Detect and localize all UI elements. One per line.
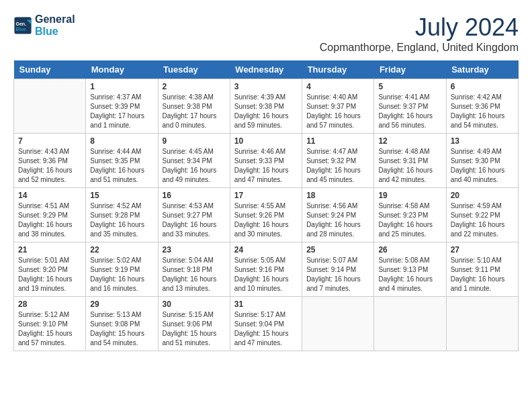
calendar-header-row: SundayMondayTuesdayWednesdayThursdayFrid…	[14, 60, 519, 79]
day-info: Sunrise: 4:48 AM Sunset: 9:31 PM Dayligh…	[378, 147, 441, 185]
calendar-cell: 5Sunrise: 4:41 AM Sunset: 9:37 PM Daylig…	[374, 79, 446, 134]
calendar-cell: 1Sunrise: 4:37 AM Sunset: 9:39 PM Daylig…	[86, 79, 158, 134]
calendar-cell: 8Sunrise: 4:44 AM Sunset: 9:35 PM Daylig…	[86, 134, 158, 188]
day-info: Sunrise: 5:10 AM Sunset: 9:11 PM Dayligh…	[451, 256, 514, 293]
day-number: 26	[378, 245, 441, 255]
day-number: 5	[378, 82, 441, 91]
calendar-cell: 21Sunrise: 5:01 AM Sunset: 9:20 PM Dayli…	[14, 242, 86, 297]
day-info: Sunrise: 4:53 AM Sunset: 9:27 PM Dayligh…	[163, 201, 226, 239]
calendar-cell: 28Sunrise: 5:12 AM Sunset: 9:10 PM Dayli…	[14, 297, 86, 351]
day-info: Sunrise: 4:41 AM Sunset: 9:37 PM Dayligh…	[378, 93, 441, 130]
day-info: Sunrise: 4:46 AM Sunset: 9:33 PM Dayligh…	[234, 147, 298, 185]
calendar-cell: 10Sunrise: 4:46 AM Sunset: 9:33 PM Dayli…	[230, 134, 302, 188]
header-wednesday: Wednesday	[230, 60, 302, 79]
calendar-cell: 27Sunrise: 5:10 AM Sunset: 9:11 PM Dayli…	[446, 242, 518, 297]
day-info: Sunrise: 4:38 AM Sunset: 9:38 PM Dayligh…	[163, 93, 226, 130]
day-info: Sunrise: 5:17 AM Sunset: 9:04 PM Dayligh…	[234, 310, 298, 348]
calendar-body: 1Sunrise: 4:37 AM Sunset: 9:39 PM Daylig…	[14, 79, 519, 351]
calendar-cell: 24Sunrise: 5:05 AM Sunset: 9:16 PM Dayli…	[230, 242, 302, 297]
day-info: Sunrise: 5:13 AM Sunset: 9:08 PM Dayligh…	[90, 310, 153, 348]
day-number: 21	[18, 245, 81, 255]
header-friday: Friday	[374, 60, 446, 79]
day-info: Sunrise: 4:58 AM Sunset: 9:23 PM Dayligh…	[378, 201, 441, 239]
logo-line1: General	[35, 13, 75, 26]
calendar-cell: 25Sunrise: 5:07 AM Sunset: 9:14 PM Dayli…	[302, 242, 374, 297]
calendar-cell: 19Sunrise: 4:58 AM Sunset: 9:23 PM Dayli…	[374, 188, 446, 242]
day-number: 30	[163, 300, 226, 309]
calendar-cell: 29Sunrise: 5:13 AM Sunset: 9:08 PM Dayli…	[86, 297, 158, 351]
day-number: 20	[451, 191, 514, 200]
calendar-cell: 18Sunrise: 4:56 AM Sunset: 9:24 PM Dayli…	[302, 188, 374, 242]
calendar-cell: 22Sunrise: 5:02 AM Sunset: 9:19 PM Dayli…	[86, 242, 158, 297]
day-info: Sunrise: 4:47 AM Sunset: 9:32 PM Dayligh…	[306, 147, 369, 185]
calendar-cell: 2Sunrise: 4:38 AM Sunset: 9:38 PM Daylig…	[158, 79, 230, 134]
logo-line2: Blue	[35, 26, 75, 38]
day-number: 1	[90, 82, 153, 91]
day-number: 4	[306, 82, 369, 91]
calendar-cell	[446, 297, 518, 351]
calendar-cell: 23Sunrise: 5:04 AM Sunset: 9:18 PM Dayli…	[158, 242, 230, 297]
day-info: Sunrise: 5:08 AM Sunset: 9:13 PM Dayligh…	[378, 256, 441, 293]
calendar-cell: 14Sunrise: 4:51 AM Sunset: 9:29 PM Dayli…	[14, 188, 86, 242]
calendar-cell: 6Sunrise: 4:42 AM Sunset: 9:36 PM Daylig…	[446, 79, 518, 134]
calendar-week-1: 1Sunrise: 4:37 AM Sunset: 9:39 PM Daylig…	[14, 79, 519, 134]
month-title: July 2024	[320, 13, 519, 42]
day-number: 23	[163, 245, 226, 255]
day-info: Sunrise: 4:55 AM Sunset: 9:26 PM Dayligh…	[234, 201, 298, 239]
calendar-week-2: 7Sunrise: 4:43 AM Sunset: 9:36 PM Daylig…	[14, 134, 519, 188]
day-number: 2	[163, 82, 226, 91]
day-info: Sunrise: 5:12 AM Sunset: 9:10 PM Dayligh…	[18, 310, 81, 348]
day-number: 27	[451, 245, 514, 255]
calendar-cell: 12Sunrise: 4:48 AM Sunset: 9:31 PM Dayli…	[374, 134, 446, 188]
day-info: Sunrise: 4:49 AM Sunset: 9:30 PM Dayligh…	[451, 147, 514, 185]
day-number: 9	[163, 136, 226, 146]
location-title: Copmanthorpe, England, United Kingdom	[320, 42, 519, 54]
day-info: Sunrise: 4:45 AM Sunset: 9:34 PM Dayligh…	[163, 147, 226, 185]
day-number: 17	[234, 191, 298, 200]
day-number: 8	[90, 136, 153, 146]
calendar-cell: 15Sunrise: 4:52 AM Sunset: 9:28 PM Dayli…	[86, 188, 158, 242]
calendar-cell: 26Sunrise: 5:08 AM Sunset: 9:13 PM Dayli…	[374, 242, 446, 297]
calendar-cell	[374, 297, 446, 351]
day-number: 31	[234, 300, 298, 309]
calendar-cell: 3Sunrise: 4:39 AM Sunset: 9:38 PM Daylig…	[230, 79, 302, 134]
day-info: Sunrise: 4:37 AM Sunset: 9:39 PM Dayligh…	[90, 93, 153, 130]
header-sunday: Sunday	[14, 60, 86, 79]
page-header: Gen. Blue General Blue July 2024 Copmant…	[13, 13, 519, 54]
calendar-cell: 31Sunrise: 5:17 AM Sunset: 9:04 PM Dayli…	[230, 297, 302, 351]
calendar-cell: 16Sunrise: 4:53 AM Sunset: 9:27 PM Dayli…	[158, 188, 230, 242]
logo: Gen. Blue General Blue	[13, 13, 75, 38]
day-info: Sunrise: 5:02 AM Sunset: 9:19 PM Dayligh…	[90, 256, 153, 293]
day-number: 16	[163, 191, 226, 200]
header-monday: Monday	[86, 60, 158, 79]
day-number: 28	[18, 300, 81, 309]
day-info: Sunrise: 5:15 AM Sunset: 9:06 PM Dayligh…	[163, 310, 226, 348]
day-number: 13	[451, 136, 514, 146]
calendar-table: SundayMondayTuesdayWednesdayThursdayFrid…	[13, 60, 519, 351]
title-section: July 2024 Copmanthorpe, England, United …	[320, 13, 519, 54]
day-number: 25	[306, 245, 369, 255]
calendar-week-4: 21Sunrise: 5:01 AM Sunset: 9:20 PM Dayli…	[14, 242, 519, 297]
day-info: Sunrise: 4:59 AM Sunset: 9:22 PM Dayligh…	[451, 201, 514, 239]
header-thursday: Thursday	[302, 60, 374, 79]
calendar-cell	[302, 297, 374, 351]
day-number: 7	[18, 136, 81, 146]
day-info: Sunrise: 5:07 AM Sunset: 9:14 PM Dayligh…	[306, 256, 369, 293]
calendar-cell: 13Sunrise: 4:49 AM Sunset: 9:30 PM Dayli…	[446, 134, 518, 188]
calendar-cell: 4Sunrise: 4:40 AM Sunset: 9:37 PM Daylig…	[302, 79, 374, 134]
calendar-cell: 17Sunrise: 4:55 AM Sunset: 9:26 PM Dayli…	[230, 188, 302, 242]
day-number: 24	[234, 245, 298, 255]
day-number: 29	[90, 300, 153, 309]
day-number: 22	[90, 245, 153, 255]
svg-text:Gen.: Gen.	[16, 21, 27, 26]
day-number: 3	[234, 82, 298, 91]
day-info: Sunrise: 4:52 AM Sunset: 9:28 PM Dayligh…	[90, 201, 153, 239]
calendar-cell: 11Sunrise: 4:47 AM Sunset: 9:32 PM Dayli…	[302, 134, 374, 188]
day-number: 14	[18, 191, 81, 200]
day-info: Sunrise: 4:56 AM Sunset: 9:24 PM Dayligh…	[306, 201, 369, 239]
day-info: Sunrise: 4:51 AM Sunset: 9:29 PM Dayligh…	[18, 201, 81, 239]
day-info: Sunrise: 4:43 AM Sunset: 9:36 PM Dayligh…	[18, 147, 81, 185]
header-tuesday: Tuesday	[158, 60, 230, 79]
calendar-cell: 7Sunrise: 4:43 AM Sunset: 9:36 PM Daylig…	[14, 134, 86, 188]
day-info: Sunrise: 4:39 AM Sunset: 9:38 PM Dayligh…	[234, 93, 298, 130]
